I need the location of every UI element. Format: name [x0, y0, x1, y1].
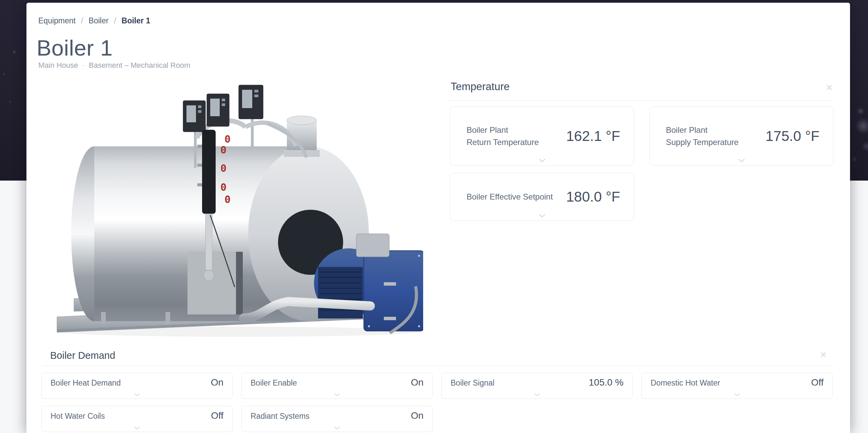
point-value: 162.1 °F: [566, 128, 620, 144]
breadcrumb-separator: /: [114, 16, 116, 25]
point-card-domestic-hot-water[interactable]: Domestic Hot Water Off: [642, 373, 833, 399]
gauge-digit: 0: [224, 193, 231, 205]
gauge-digit: 0: [220, 144, 226, 156]
point-value: Off: [211, 410, 223, 421]
chevron-down-icon[interactable]: [539, 159, 546, 162]
page-title: Boiler 1: [37, 35, 113, 61]
point-label: Domestic Hot Water: [651, 378, 720, 388]
gauge-digit: 0: [220, 181, 226, 193]
breadcrumb-separator: /: [81, 16, 83, 25]
content-panel: Equipment / Boiler / Boiler 1 Boiler 1 M…: [26, 3, 850, 433]
chevron-down-icon[interactable]: [134, 393, 140, 396]
point-label: Boiler Enable: [251, 378, 297, 388]
chevron-down-icon[interactable]: [738, 159, 745, 162]
temperature-section-title: Temperature: [451, 81, 510, 93]
page-subtitle: Main House · Basement – Mechanical Room: [38, 61, 190, 70]
point-label: Boiler Signal: [451, 378, 494, 388]
point-card-boiler-enable[interactable]: Boiler Enable On: [241, 373, 433, 399]
chevron-down-icon[interactable]: [539, 214, 546, 218]
chevron-down-icon[interactable]: [534, 393, 540, 396]
point-value: On: [411, 410, 423, 421]
point-card-boiler-signal[interactable]: Boiler Signal 105.0 %: [441, 373, 633, 399]
close-icon[interactable]: ✕: [820, 351, 827, 359]
point-card-heat-demand[interactable]: Boiler Heat Demand On: [41, 373, 233, 399]
page: Equipment / Boiler / Boiler 1 Boiler 1 M…: [0, 0, 868, 433]
point-label: Boiler Effective Setpoint: [467, 191, 553, 203]
chevron-down-icon[interactable]: [334, 393, 340, 396]
point-card-supply-temperature[interactable]: Boiler Plant Supply Temperature 175.0 °F: [649, 106, 833, 166]
point-card-effective-setpoint[interactable]: Boiler Effective Setpoint 180.0 °F: [450, 173, 634, 221]
breadcrumb-boiler[interactable]: Boiler: [88, 16, 108, 25]
point-value: 180.0 °F: [566, 189, 620, 205]
subtitle-dot: ·: [82, 61, 84, 70]
point-value: Off: [811, 377, 824, 388]
demand-section-title: Boiler Demand: [50, 350, 115, 361]
breadcrumb-equipment[interactable]: Equipment: [38, 16, 76, 25]
point-label: Boiler Plant Supply Temperature: [666, 124, 738, 148]
breadcrumb-current: Boiler 1: [122, 16, 150, 25]
room-label: Basement – Mechanical Room: [89, 61, 191, 70]
point-value: 175.0 °F: [766, 128, 820, 144]
chevron-down-icon[interactable]: [134, 426, 140, 430]
chevron-down-icon[interactable]: [734, 393, 740, 396]
location-label: Main House: [38, 61, 78, 70]
point-card-return-temperature[interactable]: Boiler Plant Return Temperature 162.1 °F: [450, 106, 634, 166]
gauge-digit: 0: [220, 162, 226, 174]
chevron-down-icon[interactable]: [334, 426, 340, 430]
breadcrumb: Equipment / Boiler / Boiler 1: [38, 16, 150, 25]
section-divider: [450, 100, 834, 101]
point-value: 105.0 %: [589, 377, 624, 388]
point-label: Hot Water Coils: [51, 412, 105, 421]
point-label: Radiant Systems: [251, 412, 310, 421]
point-card-radiant-systems[interactable]: Radiant Systems On: [241, 406, 433, 432]
boiler-3d-image: 0 0 0 0 0: [50, 80, 423, 337]
point-value: On: [411, 377, 423, 388]
point-label: Boiler Plant Return Temperature: [467, 124, 539, 148]
section-divider: [43, 366, 832, 366]
close-icon[interactable]: ✕: [825, 83, 833, 92]
point-value: On: [211, 377, 223, 388]
point-label: Boiler Heat Demand: [51, 378, 121, 388]
gauge-digit: 0: [224, 133, 231, 145]
point-card-hot-water-coils[interactable]: Hot Water Coils Off: [41, 406, 233, 432]
